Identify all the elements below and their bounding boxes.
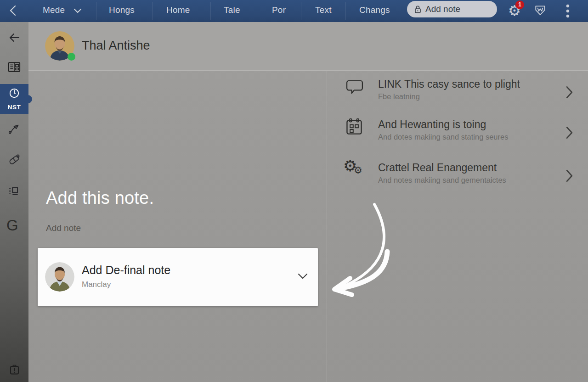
nav-tab-label: Por bbox=[272, 5, 286, 15]
left-sidebar: NST G bbox=[0, 22, 28, 382]
nav-tab-tale[interactable]: Tale bbox=[224, 0, 240, 22]
g-letter-label: G bbox=[6, 217, 18, 234]
list-item-link[interactable]: LINK This casy sance to plight Fbe leatn… bbox=[327, 77, 588, 109]
nav-tab-label: Tale bbox=[224, 5, 240, 15]
top-navigation-bar: Mede Hongs Home Tale Por Text Changs Add… bbox=[0, 0, 588, 22]
list-item-title: And Hewanting is toing bbox=[378, 118, 562, 131]
sidebar-item-quill[interactable] bbox=[7, 123, 21, 136]
list-item-schedule[interactable]: And Hewanting is toing And dotes makiing… bbox=[327, 118, 588, 150]
nav-tab-por[interactable]: Por bbox=[272, 0, 286, 22]
nav-tab-home[interactable]: Home bbox=[166, 0, 190, 22]
contact-header: Thal Antishe bbox=[28, 22, 588, 71]
nav-tab-label: Home bbox=[166, 5, 190, 15]
speech-bubble-icon bbox=[346, 79, 363, 96]
sidebar-item-news[interactable] bbox=[7, 61, 21, 73]
list-item-subtitle: And dotes makiing sand stating seures bbox=[378, 133, 562, 141]
more-options-button[interactable] bbox=[565, 4, 574, 18]
search-input[interactable]: Add note bbox=[407, 1, 497, 17]
nav-separator bbox=[210, 2, 211, 20]
nav-separator bbox=[301, 2, 301, 20]
settings-button[interactable]: ⚙ 1 bbox=[504, 1, 525, 21]
clock-icon bbox=[8, 87, 20, 99]
note-card[interactable]: Add De-final note Manclay bbox=[38, 248, 318, 306]
nav-separator bbox=[152, 2, 153, 20]
nav-tab-label: Text bbox=[315, 5, 332, 15]
sidebar-item-alert[interactable] bbox=[8, 363, 21, 377]
nav-tab-changs[interactable]: Changs bbox=[359, 0, 390, 22]
chevron-right-icon[interactable] bbox=[565, 126, 573, 140]
sidebar-item-nst-label: NST bbox=[0, 104, 28, 111]
task-list-icon bbox=[7, 185, 20, 198]
card-avatar bbox=[45, 262, 74, 292]
sidebar-item-nst-selected[interactable]: NST bbox=[0, 84, 28, 114]
alert-box-icon bbox=[8, 363, 21, 377]
calendar-icon bbox=[345, 118, 363, 136]
shield-w-icon bbox=[534, 4, 547, 17]
back-arrow-button[interactable] bbox=[7, 31, 21, 45]
chevron-right-icon[interactable] bbox=[565, 169, 573, 183]
sidebar-item-tasklist[interactable] bbox=[7, 185, 20, 198]
nav-tab-hongs[interactable]: Hongs bbox=[109, 0, 135, 22]
nav-tab-label: Changs bbox=[359, 5, 390, 15]
pill-icon bbox=[7, 153, 21, 167]
sidebar-item-g[interactable]: G bbox=[6, 217, 18, 234]
nav-separator bbox=[251, 2, 251, 20]
nav-tab-label: Hongs bbox=[109, 5, 135, 15]
notification-badge: 1 bbox=[515, 0, 524, 9]
nav-separator bbox=[96, 2, 96, 20]
chevron-down-icon[interactable] bbox=[298, 273, 308, 279]
nav-tab-mede[interactable]: Mede bbox=[43, 0, 65, 22]
note-card-title: Add De-final note bbox=[82, 264, 170, 277]
more-vertical-icon bbox=[565, 4, 570, 18]
nav-separator bbox=[345, 2, 346, 20]
list-item-engagement[interactable]: ⚙ ⚙ Crattel Real Enangement And notes ma… bbox=[327, 161, 588, 193]
page-subtitle: Add note bbox=[46, 223, 81, 233]
suggestions-panel: LINK This casy sance to plight Fbe leatn… bbox=[327, 71, 588, 382]
app-window: Mede Hongs Home Tale Por Text Changs Add… bbox=[0, 0, 588, 382]
chevron-right-icon[interactable] bbox=[565, 85, 573, 99]
list-item-title: Crattel Real Enangement bbox=[378, 161, 562, 174]
chevron-down-icon[interactable] bbox=[74, 8, 82, 14]
status-online-dot bbox=[68, 53, 75, 61]
back-arrow-icon bbox=[7, 31, 21, 45]
avatar[interactable] bbox=[45, 31, 74, 61]
list-item-subtitle: And notes makiing sand gementaictes bbox=[378, 176, 562, 185]
note-card-subtitle: Manclay bbox=[82, 280, 111, 289]
page-title: Add this note. bbox=[46, 188, 154, 208]
sidebar-item-pill[interactable] bbox=[7, 153, 21, 167]
back-icon[interactable] bbox=[8, 5, 17, 17]
quill-icon bbox=[7, 123, 21, 136]
newspaper-icon bbox=[7, 61, 21, 73]
list-item-subtitle: Fbe leatning bbox=[378, 92, 562, 101]
search-placeholder: Add note bbox=[425, 4, 460, 14]
nav-tab-text[interactable]: Text bbox=[315, 0, 332, 22]
shield-w-button[interactable] bbox=[534, 4, 547, 17]
list-item-title: LINK This casy sance to plight bbox=[378, 77, 562, 91]
nav-tab-label: Mede bbox=[43, 5, 65, 15]
lock-icon bbox=[414, 5, 421, 14]
contact-name: Thal Antishe bbox=[82, 39, 150, 53]
